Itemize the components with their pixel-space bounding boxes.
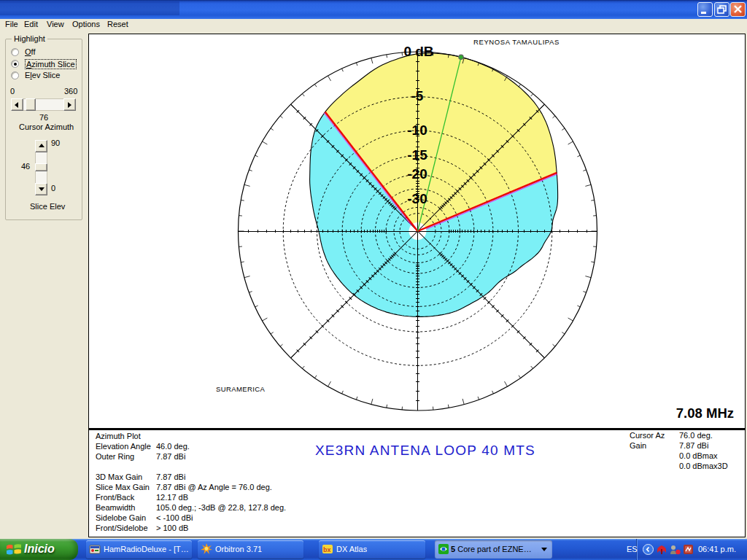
svg-text:-20: -20	[407, 166, 427, 182]
svg-text:-30: -30	[407, 191, 427, 206]
svg-text:SURAMERICA: SURAMERICA	[216, 385, 266, 393]
svg-text:-10: -10	[407, 122, 427, 138]
svg-text:-5: -5	[411, 88, 424, 104]
svg-text:bx: bx	[323, 546, 331, 553]
svg-text:REYNOSA TAMAULIPAS: REYNOSA TAMAULIPAS	[473, 38, 560, 46]
svg-text:7.08 MHz: 7.08 MHz	[676, 405, 734, 421]
svg-text:0 dB: 0 dB	[403, 44, 433, 59]
svg-text:-15: -15	[407, 147, 427, 163]
